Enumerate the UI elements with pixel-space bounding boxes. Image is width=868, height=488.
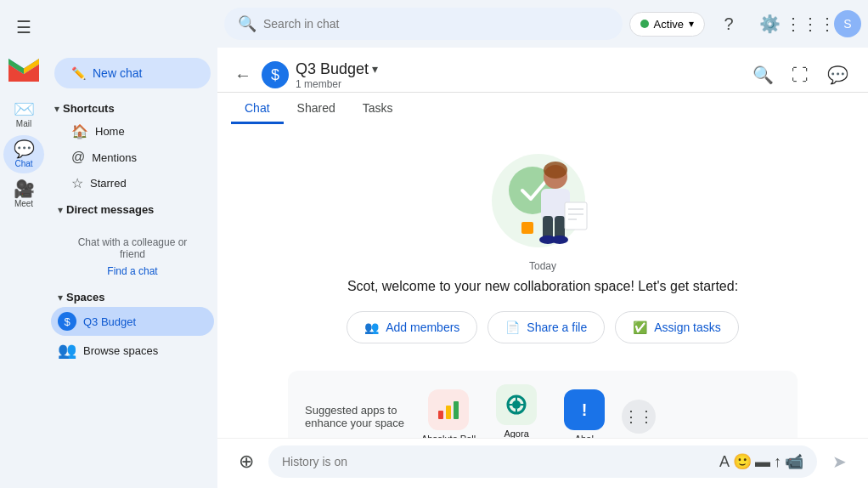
direct-messages-header[interactable]: ▾ Direct messages (51, 200, 214, 219)
expand-icon: ⛶ (792, 65, 809, 85)
message-input-area: ⊕ A 🙂 ▬ ↑ 📹 ➤ (217, 438, 868, 488)
suggested-apps-section: Suggested apps to enhance your space Abs… (288, 371, 798, 438)
sidebar-label-mail: Mail (16, 119, 31, 128)
app-agora-software[interactable]: Agora Software (486, 384, 547, 438)
svg-rect-9 (565, 202, 587, 230)
app-aha[interactable]: ! Aha! (554, 389, 615, 438)
chevron-down-icon-spaces: ▾ (58, 292, 63, 304)
mentions-label: Mentions (92, 151, 137, 164)
pencil-icon: ✏️ (71, 66, 86, 80)
plus-icon: ⊕ (239, 451, 254, 473)
sidebar-item-chat[interactable]: 💬 Chat (3, 135, 44, 173)
aha-icon: ! (564, 389, 605, 430)
main-body: Today Scot, welcome to your new collabor… (217, 124, 868, 438)
more-apps-button[interactable]: ⋮⋮ (622, 400, 656, 434)
chevron-down-icon-dm: ▾ (58, 204, 63, 216)
tab-chat[interactable]: Chat (231, 93, 284, 124)
input-right-icons: A 🙂 ▬ ↑ 📹 (719, 452, 803, 471)
spaces-section-header[interactable]: ▾ Spaces (51, 287, 214, 307)
app-absolute-poll[interactable]: Absolute Poll (418, 389, 479, 438)
nav-mentions[interactable]: @ Mentions (51, 145, 214, 170)
upload-icon[interactable]: ↑ (774, 453, 781, 471)
q3budget-icon: $ (58, 312, 76, 331)
chat-bubble-icon: 💬 (827, 65, 848, 85)
spaces-item-q3budget[interactable]: $ Q3 Budget (51, 307, 214, 336)
hamburger-icon: ☰ (16, 17, 31, 37)
sidebar-item-meet[interactable]: 🎥 Meet (3, 175, 44, 213)
spaces-label: Spaces (66, 291, 105, 304)
new-chat-button[interactable]: ✏️ New chat (54, 58, 211, 88)
share-file-label: Share a file (527, 321, 587, 334)
message-input-box[interactable]: A 🙂 ▬ ↑ 📹 (268, 445, 817, 478)
add-members-button[interactable]: 👥 Add members (347, 311, 477, 343)
space-header-icon: $ (262, 61, 289, 88)
video-call-icon[interactable]: 📹 (785, 452, 803, 471)
add-attachment-button[interactable]: ⊕ (231, 446, 262, 477)
sidebar-item-mail[interactable]: ✉️ Mail (3, 95, 44, 133)
nav-starred[interactable]: ☆ Starred (51, 170, 214, 196)
more-apps-icon: ⋮⋮ (623, 407, 654, 426)
apps-icon: ⋮⋮⋮ (785, 14, 836, 34)
search-content-icon: 🔍 (752, 65, 774, 85)
apps-button[interactable]: ⋮⋮⋮ (793, 7, 827, 41)
tab-shared[interactable]: Shared (284, 93, 349, 124)
hamburger-button[interactable]: ☰ (3, 7, 44, 48)
chevron-down-icon: ▾ (54, 103, 59, 115)
sidebar-label-chat: Chat (14, 159, 32, 168)
star-icon: ☆ (71, 175, 83, 191)
video-icon[interactable]: ▬ (755, 453, 770, 471)
shortcuts-label: Shortcuts (63, 102, 115, 115)
share-file-icon: 📄 (505, 321, 520, 334)
format-icon[interactable]: A (719, 453, 730, 471)
add-members-label: Add members (386, 321, 459, 334)
tab-tasks[interactable]: Tasks (349, 93, 407, 124)
emoji-icon[interactable]: 🙂 (733, 452, 752, 471)
gear-icon: ⚙️ (759, 14, 781, 34)
status-button[interactable]: Active ▾ (629, 12, 705, 37)
browse-spaces-item[interactable]: 👥 Browse spaces (51, 336, 214, 365)
new-chat-label: New chat (93, 66, 142, 80)
agora-software-icon (496, 384, 537, 425)
content-tabs: Chat Shared Tasks (217, 93, 868, 124)
send-button[interactable]: ➤ (824, 446, 854, 477)
find-chat-link[interactable]: Find a chat (54, 264, 211, 284)
assign-tasks-icon: ✅ (633, 321, 647, 334)
space-member-count: 1 member (296, 78, 746, 90)
assign-tasks-button[interactable]: ✅ Assign tasks (615, 311, 739, 343)
svg-point-3 (544, 162, 567, 179)
content-header: ← $ Q3 Budget ▾ 1 member 🔍 ⛶ (217, 48, 868, 93)
q3budget-label: Q3 Budget (83, 315, 136, 328)
browse-spaces-icon: 👥 (58, 341, 76, 360)
chat-with-text: Chat with a colleague or friend (54, 230, 211, 264)
action-buttons: 👥 Add members 📄 Share a file ✅ Assign ta… (347, 311, 739, 343)
svg-rect-13 (521, 222, 533, 234)
settings-button[interactable]: ⚙️ (752, 7, 786, 41)
search-icon: 🔍 (238, 14, 256, 33)
message-input[interactable] (282, 455, 713, 468)
search-input[interactable] (263, 17, 609, 31)
aha-label: Aha! (575, 434, 595, 438)
share-file-button[interactable]: 📄 Share a file (488, 311, 605, 343)
nav-home[interactable]: 🏠 Home (51, 118, 214, 145)
chat-options-button[interactable]: 💬 (820, 58, 854, 92)
svg-point-18 (512, 400, 521, 409)
svg-rect-16 (454, 401, 459, 419)
back-button[interactable]: ← (231, 62, 255, 88)
welcome-date: Today (529, 260, 556, 272)
browse-spaces-label: Browse spaces (83, 344, 158, 357)
status-dot (640, 20, 649, 28)
space-name: Q3 Budget (296, 60, 369, 78)
home-icon: 🏠 (71, 123, 88, 139)
user-avatar[interactable]: S (834, 10, 861, 37)
shortcuts-section-header[interactable]: ▾ Shortcuts (48, 99, 217, 118)
expand-button[interactable]: ⛶ (783, 58, 817, 92)
gmail-logo (3, 53, 44, 87)
help-button[interactable]: ? (712, 7, 746, 41)
search-content-button[interactable]: 🔍 (746, 58, 780, 92)
chat-icon: 💬 (14, 140, 35, 157)
space-name-chevron-icon: ▾ (372, 62, 378, 76)
status-chevron-icon: ▾ (689, 18, 694, 30)
agora-software-label: Agora Software (486, 428, 547, 438)
send-icon: ➤ (832, 451, 847, 472)
search-bar[interactable]: 🔍 (224, 8, 623, 40)
